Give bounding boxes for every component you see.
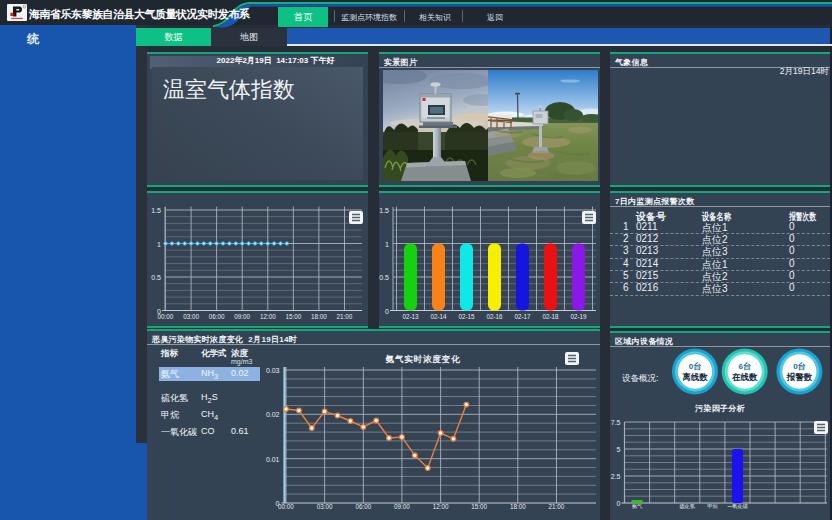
- svg-text:00:00: 00:00: [278, 503, 294, 510]
- svg-text:03:00: 03:00: [317, 503, 333, 510]
- svg-text:12:00: 12:00: [433, 503, 449, 510]
- svg-text:06:00: 06:00: [209, 313, 225, 320]
- svg-text:02-13: 02-13: [402, 313, 419, 320]
- svg-text:06:00: 06:00: [355, 503, 371, 510]
- svg-text:7.5: 7.5: [611, 419, 621, 426]
- svg-text:1.5: 1.5: [151, 207, 161, 214]
- svg-text:02-19: 02-19: [570, 313, 587, 320]
- svg-text:0.02: 0.02: [266, 411, 280, 418]
- svg-text:18:00: 18:00: [311, 313, 327, 320]
- svg-text:0: 0: [617, 500, 621, 507]
- svg-text:0.01: 0.01: [266, 456, 280, 463]
- svg-text:硫化氢: 硫化氢: [679, 503, 695, 510]
- svg-text:1: 1: [385, 241, 389, 248]
- svg-text:21:00: 21:00: [549, 503, 565, 510]
- svg-text:0.5: 0.5: [151, 274, 161, 281]
- svg-text:00:00: 00:00: [158, 313, 174, 320]
- svg-text:15:00: 15:00: [285, 313, 301, 320]
- svg-text:1: 1: [157, 241, 161, 248]
- svg-text:09:00: 09:00: [394, 503, 410, 510]
- svg-text:1.5: 1.5: [379, 207, 389, 214]
- svg-text:15:00: 15:00: [471, 503, 487, 510]
- svg-text:12:00: 12:00: [260, 313, 276, 320]
- svg-text:0: 0: [385, 308, 389, 315]
- svg-text:02-14: 02-14: [430, 313, 447, 320]
- svg-text:09:00: 09:00: [234, 313, 250, 320]
- svg-text:02-16: 02-16: [486, 313, 503, 320]
- svg-text:21:00: 21:00: [337, 313, 353, 320]
- svg-text:0.5: 0.5: [379, 274, 389, 281]
- svg-text:03:00: 03:00: [183, 313, 199, 320]
- svg-text:甲烷: 甲烷: [707, 503, 718, 509]
- svg-text:0.03: 0.03: [266, 367, 280, 374]
- svg-text:5: 5: [617, 446, 621, 453]
- svg-text:02-15: 02-15: [458, 313, 475, 320]
- svg-text:氨气: 氨气: [632, 503, 642, 509]
- svg-text:02-18: 02-18: [542, 313, 559, 320]
- svg-text:氨气实时浓度变化: 氨气实时浓度变化: [385, 354, 461, 364]
- svg-text:2.5: 2.5: [611, 473, 621, 480]
- svg-text:18:00: 18:00: [510, 503, 526, 510]
- svg-text:02-17: 02-17: [514, 313, 531, 320]
- svg-text:一氧化碳: 一氧化碳: [727, 503, 748, 510]
